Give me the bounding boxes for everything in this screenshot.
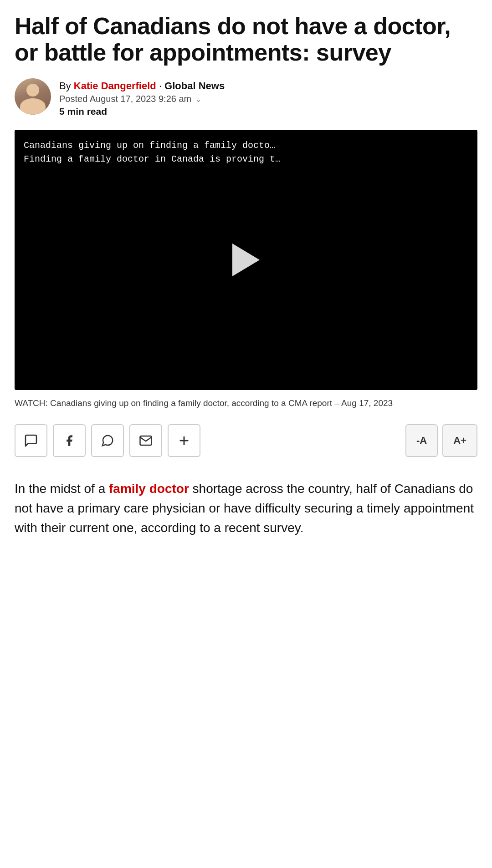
video-player[interactable]: Canadians giving up on finding a family … [15,130,477,390]
body-prefix: In the midst of a [15,482,109,496]
article-title: Half of Canadians do not have a doctor, … [15,13,477,66]
article-body: In the midst of a family doctor shortage… [15,479,477,538]
posted-date: Posted August 17, 2023 9:26 am [59,94,191,104]
family-doctor-link[interactable]: family doctor [109,482,189,496]
decrease-font-button[interactable]: -A [405,424,438,457]
font-controls: -A A+ [405,424,477,457]
more-share-button[interactable] [168,424,200,457]
video-caption: WATCH: Canadians giving up on finding a … [15,397,477,410]
email-button[interactable] [129,424,162,457]
video-play-button[interactable] [232,244,260,276]
video-title-line1: Canadians giving up on finding a family … [24,139,468,152]
increase-font-button[interactable]: A+ [442,424,477,457]
author-name[interactable]: Katie Dangerfield [74,80,156,91]
byline-author-line: By Katie Dangerfield · Global News [59,80,225,92]
read-time: 5 min read [59,106,225,117]
share-toolbar: -A A+ [15,424,477,457]
article-source: Global News [164,80,225,91]
comment-button[interactable] [15,424,47,457]
whatsapp-button[interactable] [91,424,124,457]
byline-info: By Katie Dangerfield · Global News Poste… [59,78,225,117]
dot-separator: · [159,80,164,91]
facebook-button[interactable] [53,424,86,457]
video-title-line2: Finding a family doctor in Canada is pro… [24,152,468,166]
byline-row: By Katie Dangerfield · Global News Poste… [15,78,477,117]
author-avatar[interactable] [15,78,51,115]
by-label: By [59,80,71,91]
byline-date-line: Posted August 17, 2023 9:26 am ⌄ [59,94,225,104]
video-overlay-text: Canadians giving up on finding a family … [24,139,468,166]
chevron-down-icon[interactable]: ⌄ [195,94,202,104]
